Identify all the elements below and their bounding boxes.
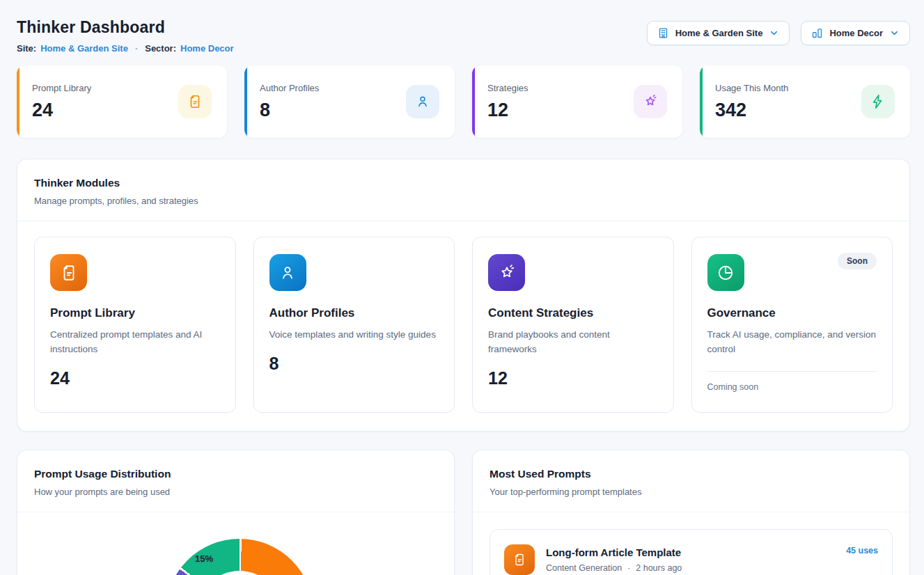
- module-count: 8: [269, 354, 439, 374]
- site-label: Site:: [17, 43, 36, 54]
- building-icon: [657, 27, 669, 39]
- document-icon: [178, 85, 212, 118]
- coming-soon-label: Coming soon: [707, 382, 877, 392]
- slice-label-green: 15%: [195, 553, 213, 564]
- stats-row: Prompt Library 24 Author Profiles 8: [17, 65, 910, 138]
- star-sparkle-icon: [488, 254, 525, 291]
- prompt-list: Long-form Article Template Content Gener…: [473, 512, 909, 575]
- stat-text: Prompt Library 24: [32, 83, 91, 121]
- modules-subtitle: Manage prompts, profiles, and strategies: [34, 196, 893, 206]
- sector-label: Sector:: [145, 43, 176, 54]
- module-grid: Prompt Library Centralized prompt templa…: [17, 221, 909, 431]
- modules-header: Thinker Modules Manage prompts, profiles…: [17, 159, 909, 221]
- module-description: Centralized prompt templates and AI inst…: [50, 328, 220, 357]
- stat-label: Author Profiles: [260, 83, 319, 93]
- chevron-down-icon: [769, 28, 779, 38]
- chart-subtitle: How your prompts are being used: [34, 487, 437, 497]
- chart-title: Prompt Usage Distribution: [34, 468, 437, 480]
- page-title: Thinker Dashboard: [17, 18, 234, 37]
- site-selector-dropdown[interactable]: Home & Garden Site: [647, 21, 790, 45]
- stat-text: Strategies 12: [487, 83, 528, 121]
- dashboard-page: Thinker Dashboard Site: Home & Garden Si…: [0, 0, 924, 575]
- stat-value: 24: [32, 100, 91, 121]
- prompt-time: 2 hours ago: [636, 563, 682, 573]
- person-icon: [269, 254, 306, 291]
- stat-text: Usage This Month 342: [715, 83, 788, 121]
- module-title: Governance: [707, 306, 877, 320]
- sector-link[interactable]: Home Decor: [180, 43, 234, 54]
- prompt-title: Long-form Article Template: [546, 546, 835, 558]
- document-icon: [504, 544, 535, 575]
- pie-chart-icon: [707, 254, 744, 291]
- module-card-governance[interactable]: Soon Governance Track AI usage, complian…: [691, 237, 893, 413]
- site-selector-label: Home & Garden Site: [675, 28, 763, 38]
- module-title: Content Strategies: [488, 306, 658, 320]
- modules-panel: Thinker Modules Manage prompts, profiles…: [17, 159, 910, 432]
- stat-label: Prompt Library: [32, 83, 91, 93]
- donut-ring: 15%: [166, 539, 313, 575]
- module-card-prompt-library[interactable]: Prompt Library Centralized prompt templa…: [34, 237, 236, 413]
- person-icon: [406, 85, 439, 118]
- prompt-category: Content Generation: [546, 563, 622, 573]
- chart-header: Prompt Usage Distribution How your promp…: [17, 450, 454, 512]
- module-count: 12: [488, 368, 658, 388]
- sector-selector-label: Home Decor: [829, 28, 883, 38]
- donut-hole: [198, 571, 281, 575]
- prompts-header: Most Used Prompts Your top-performing pr…: [473, 450, 909, 512]
- soon-badge: Soon: [838, 253, 877, 269]
- stat-card-usage: Usage This Month 342: [700, 65, 910, 138]
- module-description: Voice templates and writing style guides: [269, 328, 439, 342]
- star-sparkle-icon: [634, 85, 667, 118]
- most-used-prompts-card: Most Used Prompts Your top-performing pr…: [472, 450, 910, 575]
- stat-label: Usage This Month: [715, 83, 788, 93]
- prompt-text: Long-form Article Template Content Gener…: [546, 546, 835, 573]
- module-description: Brand playbooks and content frameworks: [488, 328, 658, 357]
- stat-value: 12: [487, 100, 528, 121]
- lightning-icon: [861, 85, 895, 118]
- meta-separator: ·: [627, 563, 630, 573]
- stat-card-prompt-library: Prompt Library 24: [17, 65, 227, 138]
- usage-distribution-card: Prompt Usage Distribution How your promp…: [17, 450, 455, 575]
- bar-chart-icon: [811, 27, 823, 39]
- modules-title: Thinker Modules: [34, 177, 893, 189]
- prompts-subtitle: Your top-performing prompt templates: [490, 487, 893, 497]
- bottom-row: Prompt Usage Distribution How your promp…: [17, 450, 910, 575]
- breadcrumb: Site: Home & Garden Site · Sector: Home …: [17, 43, 234, 54]
- module-title: Prompt Library: [50, 306, 220, 320]
- stat-text: Author Profiles 8: [260, 83, 319, 121]
- donut-chart: 15%: [17, 512, 454, 575]
- stat-card-strategies: Strategies 12: [472, 65, 682, 138]
- prompt-uses-badge: 45 uses: [846, 546, 878, 556]
- divider: [707, 371, 877, 372]
- breadcrumb-separator: ·: [135, 43, 138, 54]
- stat-label: Strategies: [487, 83, 528, 93]
- title-block: Thinker Dashboard Site: Home & Garden Si…: [17, 18, 234, 54]
- module-title: Author Profiles: [269, 306, 439, 320]
- module-card-author-profiles[interactable]: Author Profiles Voice templates and writ…: [253, 237, 455, 413]
- sector-selector-dropdown[interactable]: Home Decor: [801, 21, 910, 45]
- stat-value: 8: [260, 100, 319, 121]
- module-description: Track AI usage, compliance, and version …: [707, 328, 877, 357]
- stat-card-author-profiles: Author Profiles 8: [244, 65, 455, 138]
- stat-value: 342: [715, 100, 788, 121]
- document-icon: [50, 254, 87, 291]
- prompts-title: Most Used Prompts: [490, 468, 893, 480]
- prompt-meta: Content Generation · 2 hours ago: [546, 563, 835, 573]
- prompt-list-item[interactable]: Long-form Article Template Content Gener…: [490, 529, 893, 575]
- site-link[interactable]: Home & Garden Site: [40, 43, 128, 54]
- header-controls: Home & Garden Site Home Decor: [647, 21, 910, 45]
- module-card-content-strategies[interactable]: Content Strategies Brand playbooks and c…: [472, 237, 674, 413]
- module-count: 24: [50, 368, 220, 388]
- chevron-down-icon: [889, 28, 900, 38]
- topbar: Thinker Dashboard Site: Home & Garden Si…: [17, 18, 910, 54]
